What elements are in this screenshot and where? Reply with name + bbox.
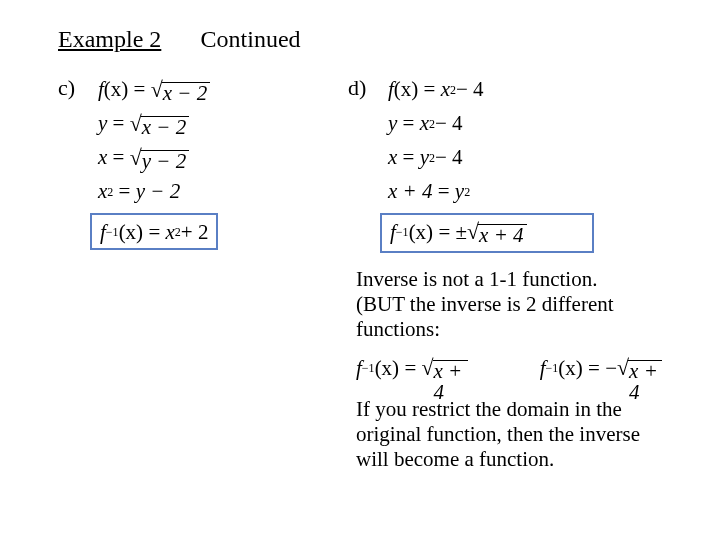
slide: Example 2 Continued c) f(x) = √x − 2 y =… <box>0 0 720 472</box>
part-d-math: f(x) = x2 − 4 y = x2 − 4 x = y2 − 4 x + … <box>388 73 648 209</box>
sqrt-icon: √x + 4 <box>617 355 662 381</box>
d-line-3: x = y2 − 4 <box>388 141 648 175</box>
continued-label: Continued <box>201 26 301 52</box>
sqrt-icon: √x + 4 <box>421 355 467 381</box>
d-line-4: x + 4 = y2 <box>388 175 648 209</box>
inverse-a: f−1(x) = √x + 4 <box>356 353 468 383</box>
title-row: Example 2 Continued <box>58 26 662 53</box>
inverse-b: f−1(x) = − √x + 4 <box>540 353 662 383</box>
c-line-4: x2 = y − 2 <box>98 175 338 209</box>
inverse-functions-row: f−1(x) = √x + 4 f−1(x) = − √x + 4 <box>356 353 662 383</box>
note-2: If you restrict the domain in the origin… <box>356 397 642 471</box>
d-line-1: f(x) = x2 − 4 <box>388 73 648 107</box>
c-line-1: f(x) = √x − 2 <box>98 73 338 107</box>
part-d-label: d) <box>348 75 366 101</box>
c-line-3: x = √y − 2 <box>98 141 338 175</box>
part-c-label: c) <box>58 75 75 101</box>
example-label: Example 2 <box>58 26 161 52</box>
d-answer-box: f−1(x) = ± √x + 4 <box>380 213 594 253</box>
sqrt-icon: √y − 2 <box>130 137 190 179</box>
c-answer-box: f−1(x) = x2 + 2 <box>90 213 218 250</box>
d-line-2: y = x2 − 4 <box>388 107 648 141</box>
columns: c) f(x) = √x − 2 y = √x − 2 x = √y − 2 x… <box>58 73 662 253</box>
note-1: Inverse is not a 1-1 function. (BUT the … <box>356 267 632 341</box>
sqrt-icon: √x + 4 <box>467 219 527 245</box>
part-c: c) f(x) = √x − 2 y = √x − 2 x = √y − 2 x… <box>58 73 338 253</box>
c-line-2: y = √x − 2 <box>98 107 338 141</box>
part-c-math: f(x) = √x − 2 y = √x − 2 x = √y − 2 x2 =… <box>98 73 338 209</box>
part-d: d) f(x) = x2 − 4 y = x2 − 4 x = y2 − 4 x… <box>348 73 648 253</box>
